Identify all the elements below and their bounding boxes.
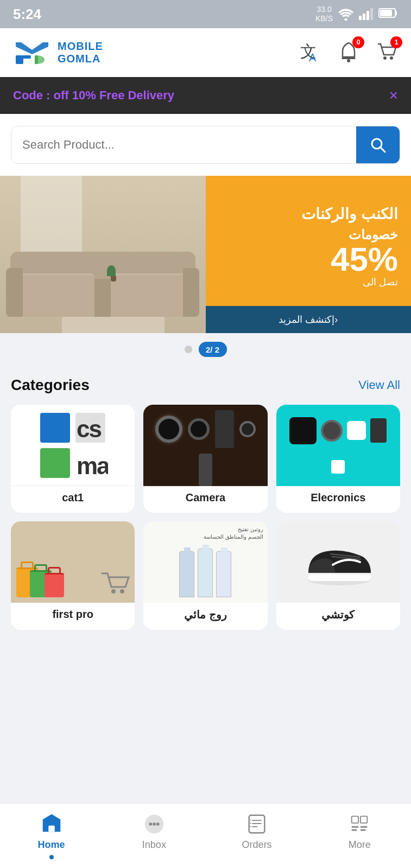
svg-point-15	[383, 56, 387, 60]
category-name-firstpro: first pro	[48, 608, 98, 621]
nav-more-label: More	[349, 839, 371, 851]
category-image-rouge: روتين تفتيحالجسم والمناطق الحساسة	[143, 521, 267, 603]
category-image-camera	[143, 405, 267, 486]
carousel-dot-active[interactable]: 2/ 2	[199, 342, 227, 357]
carousel-dot-1[interactable]	[185, 346, 192, 353]
translate-button[interactable]: 文 A	[299, 41, 322, 65]
categories-header: Categories View All	[11, 376, 400, 394]
status-speed: 33.0KB/S	[315, 5, 333, 23]
notification-badge: 0	[352, 36, 364, 48]
translate-icon: 文 A	[299, 41, 322, 63]
status-icons: 33.0KB/S	[315, 5, 398, 23]
svg-rect-20	[40, 413, 70, 443]
categories-title: Categories	[11, 376, 90, 394]
category-card-electronics[interactable]: Elecronics	[276, 405, 400, 513]
svg-rect-6	[395, 11, 397, 15]
svg-text:cs: cs	[77, 416, 101, 442]
svg-text:ma: ma	[77, 452, 108, 479]
svg-rect-1	[359, 16, 362, 20]
svg-rect-41	[352, 816, 358, 823]
nav-inbox[interactable]: Inbox	[103, 812, 205, 851]
category-name-camera: Camera	[181, 492, 230, 504]
svg-rect-43	[352, 826, 358, 828]
svg-point-26	[120, 589, 124, 593]
svg-rect-28	[308, 575, 371, 581]
svg-point-14	[347, 59, 350, 62]
svg-rect-38	[250, 820, 251, 821]
categories-row-2: first pro روتين تفتيحالجسم والمناطق الحس…	[11, 521, 400, 641]
svg-line-18	[381, 148, 385, 152]
cart-button[interactable]: 1	[375, 41, 398, 65]
svg-text:A: A	[309, 52, 317, 63]
svg-rect-21	[40, 448, 70, 478]
categories-row-1: cs ma cat1 Camera	[11, 405, 400, 513]
nav-orders[interactable]: Orders	[206, 812, 308, 851]
promo-banner: Code : off 10% Free Delivery ×	[0, 77, 411, 114]
search-area	[0, 114, 411, 176]
svg-point-0	[345, 18, 347, 21]
more-icon	[347, 812, 371, 836]
svg-point-16	[390, 56, 393, 60]
category-card-firstpro[interactable]: first pro	[11, 521, 135, 630]
svg-rect-10	[16, 55, 31, 59]
search-button[interactable]	[356, 126, 400, 163]
inbox-icon	[142, 812, 166, 836]
battery-level	[378, 8, 398, 21]
carousel-dots: 2/ 2	[0, 333, 411, 366]
category-name-koutshi: كوتشي	[317, 608, 359, 621]
nav-orders-label: Orders	[242, 839, 272, 851]
cart-badge: 1	[390, 36, 402, 48]
nav-inbox-label: Inbox	[142, 839, 166, 851]
svg-rect-3	[366, 11, 369, 20]
hero-title-ar: الكنب والركنات	[301, 205, 398, 224]
logo-icon	[13, 38, 51, 68]
hero-cta-text: إكتشف المزيد›	[279, 314, 338, 325]
nav-home-label: Home	[38, 839, 65, 851]
hero-cta[interactable]: إكتشف المزيد›	[206, 306, 412, 333]
svg-point-25	[111, 589, 116, 593]
category-image-cat1: cs ma	[11, 405, 135, 486]
category-image-electronics	[276, 405, 400, 486]
bottom-nav: Home Inbox	[0, 803, 411, 868]
category-card-cat1[interactable]: cs ma cat1	[11, 405, 135, 513]
nav-more[interactable]: More	[308, 812, 411, 851]
hero-percent: 45%	[331, 242, 398, 276]
categories-section: Categories View All cs	[0, 366, 411, 641]
svg-rect-4	[370, 8, 373, 20]
category-name-electronics: Elecronics	[306, 492, 370, 504]
svg-rect-29	[48, 826, 54, 832]
home-icon	[40, 812, 64, 836]
orders-icon	[245, 812, 269, 836]
status-time: 5:24	[13, 6, 41, 23]
logo-area[interactable]: MOBILE GOMLA	[13, 38, 103, 68]
search-icon	[369, 136, 387, 154]
search-input[interactable]	[11, 128, 356, 162]
nav-home[interactable]: Home	[0, 812, 103, 859]
promo-close-button[interactable]: ×	[389, 87, 398, 104]
logo-text: MOBILE GOMLA	[58, 40, 103, 65]
search-box	[11, 126, 400, 164]
svg-rect-44	[352, 829, 357, 831]
wifi-icon	[338, 8, 353, 21]
signal-icon	[359, 8, 373, 20]
hero-subtitle-ar: تصل الى	[331, 276, 398, 288]
svg-rect-40	[250, 826, 251, 827]
svg-point-32	[153, 822, 156, 826]
svg-rect-39	[250, 823, 251, 824]
app-header: MOBILE GOMLA 文 A 0	[0, 28, 411, 77]
svg-point-33	[156, 822, 160, 826]
category-card-koutshi[interactable]: كوتشي	[276, 521, 400, 630]
svg-rect-45	[361, 826, 367, 828]
category-card-rouge[interactable]: روتين تفتيحالجسم والمناطق الحساسة روج ما…	[143, 521, 267, 630]
hero-banner: الكنب والركنات خصومات 45% تصل الى إكتشف …	[0, 176, 411, 333]
view-all-button[interactable]: View All	[358, 378, 400, 392]
svg-rect-2	[363, 14, 365, 20]
svg-rect-7	[380, 10, 392, 16]
status-bar: 5:24 33.0KB/S	[0, 0, 411, 28]
notifications-button[interactable]: 0	[337, 41, 360, 65]
category-image-firstpro	[11, 521, 135, 603]
category-name-rouge: روج مائي	[180, 608, 231, 621]
category-card-camera[interactable]: Camera	[143, 405, 267, 513]
svg-rect-46	[361, 829, 366, 831]
category-image-koutshi	[276, 521, 400, 603]
